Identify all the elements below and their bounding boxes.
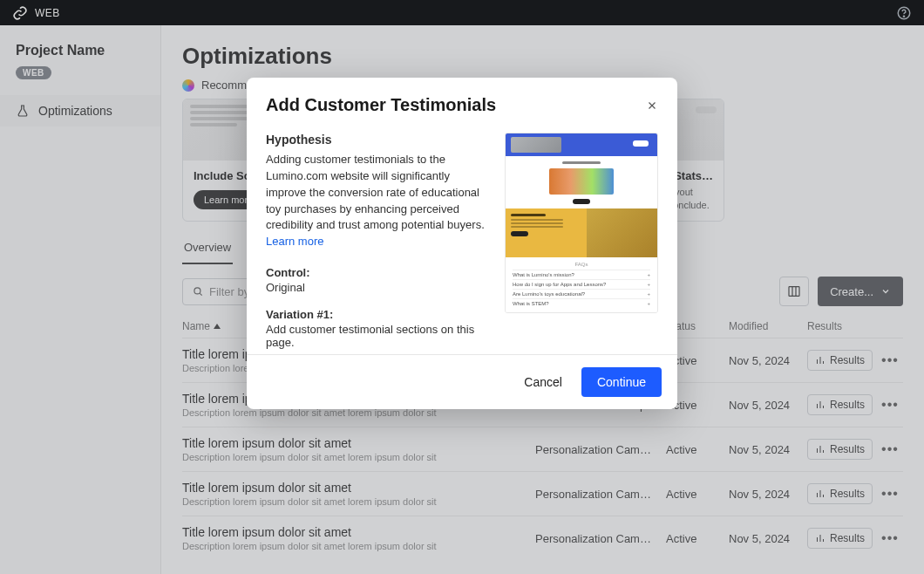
add-testimonials-modal: Add Customer Testimonials Hypothesis Add… xyxy=(247,78,677,409)
help-icon[interactable] xyxy=(896,5,912,21)
control-label: Control: xyxy=(266,266,493,279)
continue-button[interactable]: Continue xyxy=(581,367,662,397)
hypothesis-text: Adding customer testimonials to the Lumi… xyxy=(266,152,493,250)
topbar: WEB xyxy=(0,0,924,25)
control-value: Original xyxy=(266,281,493,294)
variation-label: Variation #1: xyxy=(266,308,493,321)
modal-overlay: Add Customer Testimonials Hypothesis Add… xyxy=(0,25,924,574)
link-icon xyxy=(12,5,28,21)
close-icon[interactable] xyxy=(646,99,658,112)
variation-desc: Add customer testimonial sections on thi… xyxy=(266,323,493,349)
top-web-label: WEB xyxy=(35,7,60,19)
learn-more-link[interactable]: Learn more xyxy=(266,235,323,248)
page-preview: FAQs What is Lumino's mission?+ How do I… xyxy=(505,133,658,313)
modal-title: Add Customer Testimonials xyxy=(266,95,646,115)
cancel-button[interactable]: Cancel xyxy=(517,368,569,396)
hypothesis-label: Hypothesis xyxy=(266,133,493,147)
svg-point-1 xyxy=(903,16,904,17)
